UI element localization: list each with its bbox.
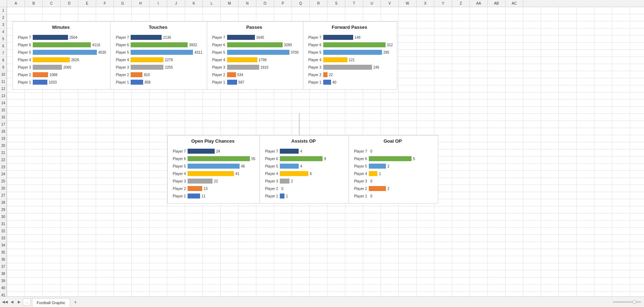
player-label: Player 6 [263,157,280,161]
bar-fill [280,171,308,176]
tab-nav-next[interactable]: ▶ [16,298,23,306]
bar-track: 0 [369,179,372,184]
grid-body: 1234567891011121314151617181920212223242… [0,7,644,296]
col-header-t: T [345,0,363,7]
bar-track: 3700 [227,50,299,55]
chart-panel-minutes: MinutesPlayer 72504Player 64116Player 54… [13,22,111,89]
bar-value: 9 [324,157,326,161]
player-label: Player 5 [16,51,33,54]
chart-title: Goal OP [352,138,434,145]
bar-value: 5 [413,157,415,161]
grid-area[interactable]: MinutesPlayer 72504Player 64116Player 54… [7,7,644,296]
tab-nav-more[interactable]: … [23,298,31,306]
bar-row: Player 724 [171,148,255,154]
col-header-g: G [114,0,132,7]
tab-football-graphic[interactable]: Football Graphic [32,298,70,307]
bar-fill [227,50,289,55]
tab-nav-prev[interactable]: ◀ [9,298,16,306]
row-header-8: 8 [0,57,7,64]
bar-row: Player 213 [171,185,255,192]
player-label: Player 4 [114,58,131,62]
bar-track: 22 [323,72,333,77]
bar-fill [227,72,236,77]
row-header-36: 36 [0,256,7,263]
bar-value: 858 [145,80,151,84]
bar-value: 0 [370,149,372,153]
bar-track: 2065 [33,65,71,70]
bar-fill [131,42,188,47]
bar-fill [227,42,283,47]
bar-value: 24 [216,149,220,153]
bar-fill [280,149,299,154]
bar-fill [131,80,143,85]
bar-track: 4 [280,149,302,154]
bar-value: 2 [387,164,389,168]
bar-value: 3700 [291,51,299,54]
bar-track: 55 [188,156,255,161]
bar-value: 2278 [165,58,173,62]
bar-track: 0 [369,194,372,199]
bar-track: 295 [323,50,389,55]
player-label: Player 3 [171,179,188,183]
bar-track: 2 [369,186,389,191]
bar-row: Player 42278 [114,57,202,63]
bar-fill [280,164,299,169]
row-header-35: 35 [0,249,7,256]
bar-value: 4311 [194,51,202,54]
bar-row: Player 11 [263,193,344,199]
bar-row: Player 140 [306,79,393,85]
row-header-23: 23 [0,164,7,171]
player-label: Player 4 [306,58,323,62]
bar-track: 2255 [131,65,173,70]
bar-track: 2 [280,179,293,184]
bar-track: 312 [323,42,393,47]
row-header-27: 27 [0,192,7,199]
row-header-30: 30 [0,213,7,221]
bar-fill [369,164,386,169]
zoom-slider[interactable] [613,301,641,303]
bar-track: 4 [280,164,302,169]
bar-value: 245 [373,65,379,69]
player-label: Player 5 [210,51,227,54]
tab-nav-prev-prev[interactable]: ◀◀ [1,298,9,306]
player-label: Player 5 [306,51,323,54]
bar-track: 24 [188,149,220,154]
tab-bar-right [613,301,644,303]
bar-row: Player 53700 [210,49,299,55]
bar-row: Player 69 [263,155,344,162]
bar-track: 0 [369,149,372,154]
player-label: Player 3 [114,65,131,69]
tab-add-button[interactable]: + [72,298,79,306]
player-label: Player 6 [114,43,131,47]
bar-fill [323,72,328,77]
bar-track: 4311 [131,50,202,55]
player-label: Player 1 [114,80,131,84]
bar-value: 597 [239,80,245,84]
bar-fill [323,50,382,55]
bar-value: 1798 [259,58,267,62]
col-header-n: N [239,0,256,7]
bar-row: Player 111 [171,193,255,199]
bar-value: 41 [235,172,239,176]
bar-row: Player 3245 [306,64,393,70]
bar-track: 858 [131,80,151,85]
bar-track: 1033 [33,80,57,85]
spreadsheet: ABCDEFGHIJKLMNOPQRSTUVWXYZAAABAC 1234567… [0,0,644,307]
bar-fill [323,42,386,47]
col-header-x: X [417,0,434,7]
player-label: Player 4 [171,172,188,176]
player-label: Player 2 [210,73,227,77]
bar-fill [33,65,62,70]
bar-row: Player 52 [352,163,434,169]
bar-fill [131,72,142,77]
zoom-thumb[interactable] [633,300,636,304]
bar-track: 1798 [227,57,267,62]
bar-row: Player 546 [171,163,255,169]
player-label: Player 6 [210,43,227,47]
bar-row: Player 10 [352,193,434,199]
bar-fill [131,57,163,62]
bar-fill [33,72,48,77]
column-headers: ABCDEFGHIJKLMNOPQRSTUVWXYZAAABAC [0,0,644,7]
player-label: Player 6 [352,157,369,161]
bar-row: Player 31910 [210,64,299,70]
